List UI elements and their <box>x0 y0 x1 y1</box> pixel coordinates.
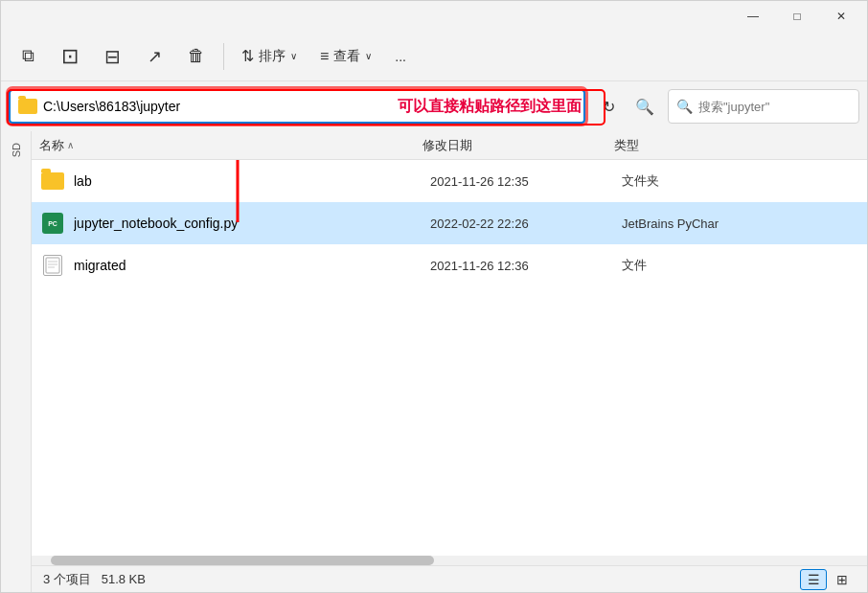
search-bar[interactable]: 🔍 <box>668 89 859 124</box>
list-view-button[interactable]: ☰ <box>800 569 827 590</box>
close-button[interactable]: ✕ <box>819 1 863 32</box>
folder-icon-lab <box>39 168 66 194</box>
view-button[interactable]: ≡ 查看 ∨ <box>310 39 381 74</box>
file-date-migrated: 2021-11-26 12:36 <box>430 259 622 273</box>
table-row[interactable]: jupyter_notebook_config.py 2022-02-22 22… <box>32 202 867 244</box>
sort-icon: ⇅ <box>241 47 254 65</box>
col-header-type[interactable]: 类型 <box>614 137 859 154</box>
file-explorer-window: — □ ✕ ⧉ ⊡ ⊟ ↗ 🗑 ⇅ 排序 ∨ ≡ 查看 ∨ ... <box>0 0 868 593</box>
refresh-button[interactable]: ↻ <box>591 89 626 124</box>
maximize-button[interactable]: □ <box>775 1 819 32</box>
col-date-label: 修改日期 <box>423 137 472 154</box>
view-icon: ≡ <box>320 48 329 65</box>
toolbar-separator-1 <box>223 43 224 70</box>
sort-button[interactable]: ⇅ 排序 ∨ <box>232 39 307 74</box>
col-header-date[interactable]: 修改日期 <box>423 137 614 154</box>
py-icon-jupyter <box>39 210 66 237</box>
file-type-jupyter: JetBrains PyChar <box>622 217 859 231</box>
address-bar-wrapper: ↻ 🔍 🔍 可以直接粘贴路径到这里面 <box>1 81 867 131</box>
file-name-migrated: migrated <box>74 258 430 273</box>
horizontal-scrollbar[interactable] <box>32 556 867 565</box>
minimize-button[interactable]: — <box>731 1 775 32</box>
item-size: 51.8 KB <box>102 572 146 586</box>
file-name-lab: lab <box>74 173 430 189</box>
grid-view-button[interactable]: ⊞ <box>829 569 856 590</box>
column-headers: 名称 ∧ 修改日期 类型 <box>32 131 867 160</box>
search-input[interactable] <box>698 100 859 114</box>
address-input[interactable] <box>43 99 576 114</box>
col-name-label: 名称 <box>39 137 64 154</box>
left-sidebar: SD <box>1 131 32 592</box>
view-chevron: ∨ <box>365 51 372 61</box>
file-type-lab: 文件夹 <box>622 172 859 190</box>
table-row[interactable]: migrated 2021-11-26 12:36 文件 <box>32 244 867 286</box>
more-button[interactable]: ... <box>385 39 416 74</box>
col-type-label: 类型 <box>614 137 639 154</box>
horizontal-scrollbar-thumb[interactable] <box>51 556 434 565</box>
search-icon: 🔍 <box>676 99 693 114</box>
search-icon-button[interactable]: 🔍 <box>628 89 662 124</box>
col-header-name[interactable]: 名称 ∧ <box>39 137 423 154</box>
address-actions: ↻ 🔍 <box>591 89 662 124</box>
sort-arrow-name: ∧ <box>67 140 74 150</box>
more-label: ... <box>395 49 406 64</box>
sort-chevron: ∨ <box>290 51 297 61</box>
file-name-jupyter: jupyter_notebook_config.py <box>74 216 430 231</box>
table-row[interactable]: lab 2021-11-26 12:35 文件夹 <box>32 160 867 202</box>
share-button[interactable]: ↗ <box>135 37 173 76</box>
address-folder-icon <box>18 99 37 114</box>
item-count: 3 个项目 <box>43 572 91 586</box>
file-type-migrated: 文件 <box>622 257 859 274</box>
copy-button[interactable]: ⧉ <box>9 37 47 76</box>
paste-button[interactable]: ⊟ <box>93 37 131 76</box>
address-bar-container[interactable] <box>9 89 585 124</box>
view-label: 查看 <box>333 48 360 65</box>
window-controls: — □ ✕ <box>731 1 863 32</box>
delete-button[interactable]: 🗑 <box>177 37 216 76</box>
title-bar: — □ ✕ <box>1 1 867 32</box>
file-list: lab 2021-11-26 12:35 文件夹 jupyter_noteboo… <box>32 160 867 556</box>
svg-rect-0 <box>46 258 59 273</box>
view-toggle-buttons: ☰ ⊞ <box>800 569 856 590</box>
sidebar-label: SD <box>11 139 22 161</box>
status-count: 3 个项目 51.8 KB <box>43 571 146 588</box>
cut-button[interactable]: ⊡ <box>51 37 89 76</box>
file-date-lab: 2021-11-26 12:35 <box>430 174 622 189</box>
doc-icon-migrated <box>39 252 66 279</box>
main-area: SD 名称 ∧ 修改日期 类型 <box>1 131 867 592</box>
status-bar: 3 个项目 51.8 KB ☰ ⊞ <box>32 565 867 592</box>
address-bar-row: ↻ 🔍 🔍 <box>1 81 867 131</box>
content-area: 名称 ∧ 修改日期 类型 lab 2021-11-26 12 <box>32 131 867 592</box>
file-date-jupyter: 2022-02-22 22:26 <box>430 217 622 231</box>
toolbar: ⧉ ⊡ ⊟ ↗ 🗑 ⇅ 排序 ∨ ≡ 查看 ∨ ... <box>1 32 867 81</box>
sort-label: 排序 <box>259 48 286 65</box>
